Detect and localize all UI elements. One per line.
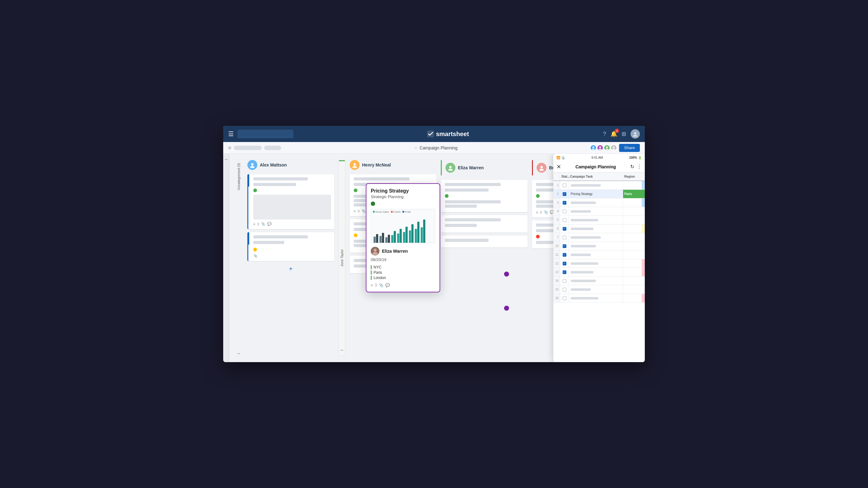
toolbar-dot-1 [228,146,231,149]
bar-group-1 [374,234,378,243]
help-icon[interactable]: ? [603,131,606,138]
left-sidebar: ↔ [223,154,229,362]
checkbox-cell-14[interactable] [560,277,569,285]
checkbox-6[interactable] [563,227,566,231]
popup-chart: Gross Sales COGS Profit [371,209,435,243]
sidebar-collapse-icon[interactable]: ↔ [224,157,228,162]
nav-search-bar[interactable] [238,130,293,138]
sheet-row-15: 15 [553,285,645,294]
hamburger-menu-icon[interactable]: ☰ [228,130,234,138]
checkbox-cell-4[interactable] [560,207,569,215]
user-avatar[interactable] [630,129,640,139]
nav-center: smartsheet [293,130,603,138]
card-eliza-3[interactable] [441,236,528,247]
bar-group-7 [409,224,413,243]
checkbox-15[interactable] [563,288,566,292]
favorite-icon[interactable]: ☆ [414,145,418,150]
bar-2a [379,236,382,243]
task-bar-1 [571,184,601,187]
top-navigation: ☰ smartsheet ? 🔔 4 ⊞ [223,126,645,142]
checkbox-cell-15[interactable] [560,285,569,294]
checkbox-16[interactable] [563,296,566,300]
checkbox-cell-16[interactable] [560,294,569,302]
checkbox-cell-5[interactable] [560,216,569,224]
card-subtitle-e2 [445,224,477,227]
bar-group-9 [421,219,425,243]
phone-sheet-title: Campaign Planning [564,164,628,169]
color-cell-12 [642,259,645,268]
row-num-13: 13 [553,268,560,276]
checkbox-cell-12[interactable] [560,259,569,268]
checkbox-cell-10[interactable] [560,242,569,250]
phone-sheet: Stat... Campaign Task Region 1 2 [553,172,645,362]
checkbox-cell-13[interactable] [560,268,569,276]
task-bar-7 [571,236,601,239]
checkbox-10[interactable] [563,244,566,248]
checkbox-4[interactable] [563,210,566,213]
card-alex-2[interactable]: 📎 [247,232,334,261]
phone-status-bar: 📶 📡 9:41 AM 100% 🔋 [553,154,645,161]
card-eliza-2[interactable] [441,215,528,233]
checkbox-12[interactable] [563,262,566,265]
task-cell-11 [569,250,623,259]
card-eliza-1[interactable] [441,180,528,212]
toolbar-pill-1 [234,146,261,150]
bar-group-2 [379,233,384,243]
task-bar-11 [571,254,591,256]
column-alex-mattson: Alex Mattson ≡ 3 📎 💬 [247,160,334,356]
svg-point-20 [448,169,453,171]
checkbox-7[interactable] [563,236,566,239]
sheet-row-5: 5 [553,216,645,224]
june-arrow-icon[interactable]: ↔ [340,347,344,353]
row-num-6: 6 [553,224,560,233]
notifications-icon[interactable]: 🔔 4 [610,130,617,138]
popup-title: Pricing Strategy [371,188,435,194]
bar-7a [409,231,411,243]
card-footer: ≡ 3 📎 💬 [253,222,331,226]
connection-dot-2 [504,306,509,311]
connection-dot-1 [504,272,509,277]
popup-date: 08/20/19 [371,257,435,262]
checkbox-cell-6[interactable] [560,224,569,233]
chart-legend: Gross Sales COGS Profit [373,211,411,213]
smartsheet-logo-icon [427,130,434,138]
checkbox-1[interactable] [563,184,566,187]
checkbox-13[interactable] [563,270,566,274]
task-cell-10 [569,242,623,250]
checkbox-cell-1[interactable] [560,181,569,189]
checkbox-3[interactable] [563,201,566,205]
add-card-button[interactable]: + [247,264,334,274]
svg-point-22 [539,169,544,171]
phone-refresh-icon[interactable]: ↻ [630,164,634,170]
tag-label-nyc: NYC [374,265,381,269]
checkbox-2[interactable] [563,192,566,196]
popup-card[interactable]: Pricing Strategy Strategic Planning Gros… [366,183,440,293]
card-title-2 [253,235,308,238]
task-cell-14 [569,277,623,285]
app-logo: smartsheet [427,130,469,138]
card-dot-bw2 [536,235,540,238]
svg-point-4 [592,146,595,149]
checkbox-cell-3[interactable] [560,199,569,207]
uncategorized-arrow-icon[interactable]: ↔ [237,351,241,356]
checkbox-cell-7[interactable] [560,233,569,242]
checkbox-5[interactable] [563,218,566,222]
checkbox-11[interactable] [563,253,566,257]
legend-gross: Gross Sales [373,211,389,213]
column-eliza-warren: Eliza Warren [441,160,528,356]
card-subtitle-e1 [445,188,489,192]
card-title-h1 [354,177,409,180]
phone-more-icon[interactable]: ⋮ [637,164,642,170]
checkbox-cell-2[interactable] [560,190,569,198]
sheet-row-4: 4 [553,207,645,216]
region-cell-7 [623,233,642,242]
share-button[interactable]: Share [619,144,640,152]
card-line-e1a [445,200,501,203]
card-alex-1[interactable]: ≡ 3 📎 💬 [247,174,334,229]
checkbox-cell-11[interactable] [560,250,569,259]
checkbox-14[interactable] [563,279,566,283]
phone-close-icon[interactable]: ✕ [556,163,561,170]
grid-icon[interactable]: ⊞ [622,130,626,138]
row-num-header [553,172,560,180]
avatar-eliza [445,163,455,173]
